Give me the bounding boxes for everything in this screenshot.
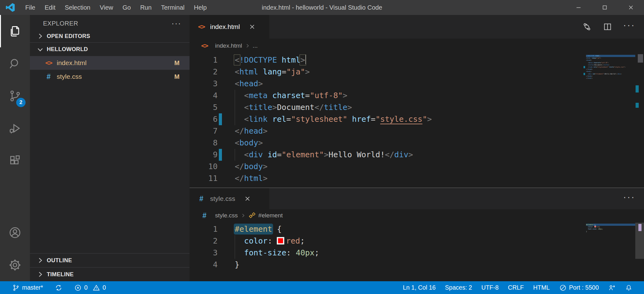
minimap[interactable]: <!DOCTYPE html><html lang="ja"><head> <m… (586, 55, 635, 79)
menu-run[interactable]: Run (136, 0, 156, 15)
code-token: color (244, 236, 267, 245)
scrollbar-thumb[interactable] (638, 54, 643, 63)
git-branch-item[interactable]: master* (7, 284, 48, 292)
vscode-window: FileEditSelectionViewGoRunTerminalHelp i… (0, 0, 644, 294)
language-mode-item[interactable]: HTML (529, 284, 555, 291)
activity-search-button[interactable] (0, 47, 30, 80)
code-editor-style-css[interactable]: 1#element {2 color: red;3 font-size: 40p… (190, 222, 644, 281)
maximize-button[interactable] (592, 0, 618, 15)
css-file-icon: # (199, 211, 209, 220)
breadcrumb-item-file[interactable]: # style.css (199, 211, 238, 220)
breadcrumb-bottom: # style.css #element (190, 209, 644, 222)
html-file-icon: <> (199, 42, 209, 50)
minimap-line: </body> (586, 75, 635, 77)
activity-accounts-button[interactable] (0, 216, 30, 249)
overview-ruler[interactable] (635, 222, 644, 281)
timeline-section[interactable]: TIMELINE (30, 267, 190, 281)
overview-ruler[interactable] (635, 53, 644, 187)
code-line[interactable]: 5 <title>Document</title> (190, 102, 644, 113)
code-line[interactable]: 7</head> (190, 125, 644, 137)
close-button[interactable] (618, 0, 644, 15)
code-token (258, 67, 263, 76)
tab-style-css[interactable]: # style.css (190, 188, 269, 209)
code-line[interactable]: 2 color: red; (190, 235, 644, 247)
indentation-item[interactable]: Spaces: 2 (440, 284, 477, 291)
open-editors-section[interactable]: OPEN EDITORS (30, 30, 190, 42)
code-token: div (394, 150, 408, 159)
sync-item[interactable] (50, 284, 67, 292)
breadcrumb-label: ... (253, 42, 258, 49)
code-line[interactable]: 9 <div id="element">Hello World!</div> (190, 149, 644, 161)
code-line[interactable]: 4 <meta charset="utf-8"> (190, 90, 644, 102)
minimize-button[interactable] (565, 0, 592, 15)
status-bar-right: Ln 1, Col 16 Spaces: 2 UTF-8 CRLF HTML P… (398, 284, 644, 292)
chevron-right-icon (240, 213, 246, 218)
activity-explorer-button[interactable] (0, 15, 30, 47)
chevron-right-icon (36, 256, 44, 264)
code-token: > (592, 68, 593, 70)
activity-settings-button[interactable] (0, 249, 30, 281)
explorer-more-actions-icon[interactable]: ··· (171, 19, 181, 28)
encoding: UTF-8 (481, 284, 498, 291)
code-token: red (286, 236, 300, 245)
menu-file[interactable]: File (21, 0, 40, 15)
eol-item[interactable]: CRLF (503, 284, 529, 291)
code-line[interactable]: 4} (190, 259, 644, 271)
code-line[interactable]: 10</body> (190, 161, 644, 173)
code-line[interactable]: 6 <link rel="stylesheet" href="style.css… (190, 113, 644, 125)
menu-terminal[interactable]: Terminal (156, 0, 189, 15)
code-token: font-size (244, 248, 286, 257)
more-actions-icon[interactable]: ··· (623, 197, 635, 201)
feedback-item[interactable] (603, 284, 620, 292)
folder-section-helloworld[interactable]: HELLOWORLD (30, 42, 190, 56)
code-line[interactable]: 3<head> (190, 78, 644, 90)
menu-selection[interactable]: Selection (60, 0, 95, 15)
code-token: meta (589, 62, 593, 64)
activity-run-debug-button[interactable] (0, 112, 30, 145)
menu-go[interactable]: Go (118, 0, 136, 15)
encoding-item[interactable]: UTF-8 (477, 284, 503, 291)
problems-item[interactable]: 0 0 (70, 284, 111, 292)
breadcrumb-item-ellipsis[interactable]: ... (253, 42, 258, 49)
minimap-line: <!DOCTYPE html> (586, 55, 635, 57)
notifications-item[interactable] (620, 284, 637, 292)
code-line[interactable]: 2<html lang="ja"> (190, 66, 644, 78)
code-editor-index-html[interactable]: 1<!DOCTYPE html>2<html lang="ja">3<head>… (190, 53, 644, 187)
cursor-position-item[interactable]: Ln 1, Col 16 (398, 284, 440, 291)
live-server-port-item[interactable]: Port : 5500 (555, 284, 603, 292)
code-token: > (591, 70, 592, 72)
menu-view[interactable]: View (95, 0, 118, 15)
code-token (347, 115, 352, 124)
code-text: <div id="element">Hello World!</div> (222, 149, 413, 161)
split-editor-icon[interactable] (603, 22, 613, 32)
code-token: < (235, 67, 239, 76)
more-actions-icon[interactable]: ··· (623, 25, 635, 29)
breadcrumb-item-symbol[interactable]: #element (248, 212, 283, 219)
file-row-index-html[interactable]: <> index.html M (30, 56, 190, 70)
tab-close-icon[interactable] (243, 195, 252, 203)
code-token: font-size (588, 228, 596, 230)
outline-label: OUTLINE (47, 257, 72, 264)
code-token: ; (602, 228, 603, 230)
minimap-line: <body> (586, 70, 635, 73)
activity-source-control-button[interactable]: 2 (0, 80, 30, 112)
code-token: html (282, 55, 300, 64)
code-line[interactable]: 3 font-size: 40px; (190, 247, 644, 259)
tab-close-icon[interactable] (248, 23, 256, 31)
code-token: "ja" (286, 67, 305, 76)
breadcrumb-item-file[interactable]: <> index.html (199, 42, 242, 50)
activity-extensions-button[interactable] (0, 145, 30, 177)
code-line[interactable]: 1<!DOCTYPE html> (190, 54, 644, 66)
outline-section[interactable]: OUTLINE (30, 253, 190, 267)
menu-edit[interactable]: Edit (40, 0, 60, 15)
menu-help[interactable]: Help (189, 0, 211, 15)
code-line[interactable]: 1#element { (190, 223, 644, 235)
language-mode: HTML (533, 284, 550, 291)
code-token (305, 55, 306, 64)
tab-index-html[interactable]: <> index.html (190, 15, 269, 39)
code-line[interactable]: 11</html> (190, 173, 644, 184)
minimap[interactable]: #element { color: red; font-size: 40px;} (586, 224, 635, 233)
file-row-style-css[interactable]: # style.css M (30, 70, 190, 83)
open-changes-icon[interactable] (582, 22, 592, 32)
code-line[interactable]: 8<body> (190, 137, 644, 149)
